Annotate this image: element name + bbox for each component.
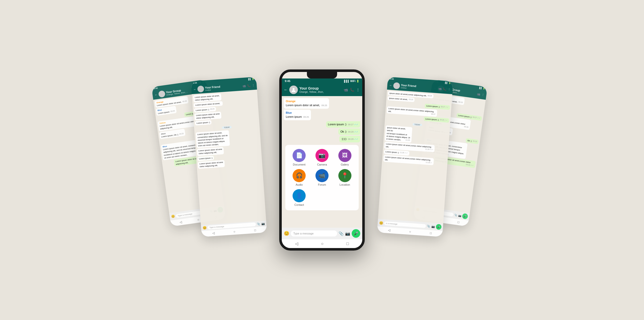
lm-msg-7: Lorem ipsum dolor sit amectetur adipisci… <box>197 147 224 156</box>
message-input[interactable]: Type a message <box>291 230 337 236</box>
rm-msg-6: ipsum dolor sit amet,sed dood tempor inc… <box>385 125 412 143</box>
location-label: Location <box>340 183 350 186</box>
signal-icons: ▌▌ 🔋 <box>248 78 254 81</box>
attach-gallery[interactable]: 🖼 Galery <box>335 149 355 166</box>
mic-btn-rf[interactable]: 🎤 <box>462 213 468 219</box>
rm-msg-8: Lorem ipsum :) 11:26 ✓✓ <box>384 149 410 155</box>
back-icon[interactable]: ← <box>193 88 196 91</box>
chat-right-mid: ipsum dolor sit amet,conse adipiscing el… <box>378 90 452 223</box>
header-icons-right-far: 📹 ⋮ <box>477 92 485 97</box>
phone-icon[interactable]: 📞 <box>443 87 447 91</box>
back-nav[interactable]: ◁ <box>388 228 390 232</box>
emoji-button[interactable]: 😊 <box>284 231 289 236</box>
center-msg-1: Orange Lorem ipsum dolor sit amet, 09:25 <box>284 98 329 109</box>
recents-nav[interactable]: □ <box>254 228 256 232</box>
voice-call-icon[interactable]: 📞 <box>350 88 354 92</box>
lm-msg-9: Lorem ipsum dolor sit amectetur adipisci… <box>198 160 225 169</box>
camera-btn[interactable]: 📷 <box>261 222 265 225</box>
rm-msg-9: Lorem ipsum dolor sit amet,conse ctetur … <box>383 155 434 165</box>
recents-nav[interactable]: □ <box>430 231 432 235</box>
video-icon[interactable]: 📹 <box>438 87 442 91</box>
header-action-icons: 📹 📞 ⋮ <box>344 88 360 92</box>
lm-msg-8: Lorem ipsum :) <box>197 155 214 161</box>
contact-icon: 👤 <box>293 189 306 202</box>
rm-msg-5: Lorem ipsum :) 09:26 ✓✓ <box>424 117 449 123</box>
attach-location[interactable]: 📍 Location <box>335 169 355 186</box>
center-msg-2: Blue Lorem ipsum 09:25 <box>284 110 311 120</box>
mic-btn-right[interactable]: 🎤 <box>436 224 441 230</box>
recents-nav[interactable]: □ <box>457 220 460 224</box>
back-icon[interactable]: ← <box>389 84 392 87</box>
attachment-menu: 📄 Document 📷 Camera 🖼 Galery 🎧 Audio <box>285 145 359 210</box>
gallery-label: Galery <box>341 163 349 166</box>
sender-blue: Blue <box>286 111 309 115</box>
forum-icon: 📹 <box>315 169 329 182</box>
phone-left-mid: 9:45 ▌▌ 🔋 ← Your Friend Online 📹 📞 ⋮ Lo <box>191 77 267 237</box>
home-nav[interactable]: ○ <box>409 230 411 233</box>
back-nav-center[interactable]: ◁ <box>295 241 298 246</box>
more-icon[interactable]: ⋮ <box>448 88 451 91</box>
status-icons: ▌▌▌ WiFi 🔋 <box>344 80 359 83</box>
audio-label: Audio <box>296 183 303 186</box>
chat-left-mid: Lorem ipsum dolor sit amet,ctetur adipis… <box>192 90 266 225</box>
input-bar-center: 😊 Type a message 📎 📷 🎤 <box>282 228 362 239</box>
camera-button[interactable]: 📷 <box>345 231 350 236</box>
back-icon[interactable]: ← <box>154 93 158 97</box>
wa-header-center[interactable]: ← Your Group Orange, Yellow, Jhon, 📹 📞 ⋮ <box>282 84 362 96</box>
attach-button[interactable]: 📎 <box>339 231 344 236</box>
video-icon[interactable]: 📹 <box>242 84 246 88</box>
rf-msg-6: Ok :) 09:29 <box>466 138 479 144</box>
home-nav[interactable]: ○ <box>197 218 199 222</box>
emoji-btn[interactable]: 😊 <box>379 221 383 225</box>
attach-camera[interactable]: 📷 Camera <box>312 149 332 166</box>
attach-document[interactable]: 📄 Document <box>289 149 309 166</box>
attach-audio[interactable]: 🎧 Audio <box>289 169 309 186</box>
attach-btn[interactable]: 📎 <box>427 224 430 228</box>
video-call-icon[interactable]: 📹 <box>344 88 348 92</box>
avatar-right-mid <box>393 82 400 89</box>
attach-btn[interactable]: 📎 <box>257 222 260 226</box>
time: 9:45 <box>153 87 158 90</box>
camera-btn[interactable]: 📷 <box>458 214 461 217</box>
audio-icon: 🎧 <box>293 169 306 182</box>
header-info-center: Your Group Orange, Yellow, Jhon, <box>299 86 342 93</box>
signal-icons: ▌▌ 🔋 <box>479 87 486 90</box>
header-info-right-mid: Your Friend Online <box>401 83 416 90</box>
attach-btn[interactable]: 📎 <box>454 213 457 217</box>
signal-icon: ▌▌▌ <box>344 80 349 83</box>
more-icon[interactable]: ⋮ <box>481 93 485 97</box>
header-icons-right-mid: 📹 📞 ⋮ <box>438 87 451 91</box>
rm-msg-3: Lorem ipsum :) 09:27 ✓✓ <box>425 104 450 110</box>
home-nav-center[interactable]: ○ <box>321 242 324 246</box>
forum-label: Forum <box>318 183 326 186</box>
svg-point-0 <box>293 88 295 90</box>
camera-btn[interactable]: 📷 <box>431 225 435 228</box>
contact-label: Contact <box>294 203 304 206</box>
emoji-btn[interactable]: 😊 <box>203 226 207 230</box>
phone-icon[interactable]: 📞 <box>247 84 251 87</box>
attach-forum[interactable]: 📹 Forum <box>312 169 332 186</box>
header-info-left-far: Your Group Orange, Yellow, Jhon, ... <box>166 88 188 96</box>
lm-msg-2: Lorem ipsum dolor sit amet, <box>194 101 223 107</box>
more-icon[interactable]: ⋮ <box>252 84 255 87</box>
wifi-icon: WiFi <box>350 80 355 83</box>
attach-contact[interactable]: 👤 Contact <box>289 189 309 206</box>
recents-nav-center[interactable]: □ <box>346 242 349 246</box>
input-field-right-mid[interactable]: e a message <box>384 221 426 228</box>
phones-container: 9:45 ▌▌ 🔋 ← Your Group Orange, Yellow, J… <box>146 22 498 298</box>
document-label: Document <box>293 163 305 166</box>
video-icon[interactable]: 📹 <box>477 92 481 96</box>
status-time: 9:45 <box>285 79 290 83</box>
status-bar-center: 9:45 ▌▌▌ WiFi 🔋 <box>282 78 362 84</box>
back-nav[interactable]: ◁ <box>212 231 215 235</box>
more-options-icon[interactable]: ⋮ <box>356 88 360 92</box>
group-sub-center: Orange, Yellow, Jhon, <box>299 91 342 93</box>
lm-msg-3: Lorem ipsum :) 09:25 <box>194 107 216 112</box>
emoji-btn[interactable]: 😊 <box>171 214 175 218</box>
home-nav[interactable]: ○ <box>233 230 235 233</box>
rm-msg-2: ipsum dolor sit amet, 09:25 <box>387 96 415 102</box>
time: 9:45 <box>390 78 394 80</box>
back-button[interactable]: ← <box>284 88 288 92</box>
mic-button[interactable]: 🎤 <box>352 229 360 238</box>
back-nav[interactable]: ◁ <box>179 220 182 224</box>
